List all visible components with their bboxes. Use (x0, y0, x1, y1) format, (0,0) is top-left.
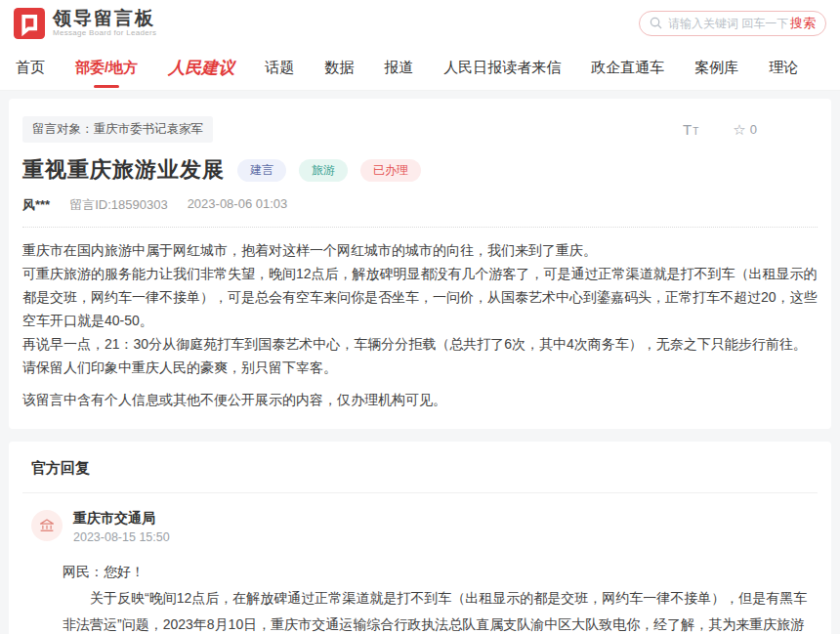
message-paragraph: 可重庆旅游的服务能力让我们非常失望，晚间12点后，解放碑明显都没有几个游客了，可… (22, 262, 818, 332)
nav-item-case-library[interactable]: 案例库 (694, 59, 738, 77)
site-tagline: Message Board for Leaders (53, 28, 156, 37)
favorite-count: 0 (750, 122, 757, 137)
nav-item-theory[interactable]: 理论 (769, 59, 798, 77)
tag-tourism[interactable]: 旅游 (299, 159, 348, 182)
message-paragraph: 重庆市在国内旅游中属于网红城市，抱着对这样一个网红城市的城市的向往，我们来到了重… (22, 238, 818, 262)
font-size-icon-small: T (693, 126, 699, 137)
message-author: 风*** (22, 196, 50, 214)
font-size-icon[interactable]: TT (683, 121, 699, 138)
reply-paragraph: 网民：您好！ (63, 559, 818, 585)
message-body: 重庆市在国内旅游中属于网红城市，抱着对这样一个网红城市的城市的向往，我们来到了重… (22, 238, 818, 411)
star-icon: ☆ (733, 121, 745, 139)
message-date: 2023-08-06 01:03 (188, 196, 288, 214)
message-id: 留言ID:18590303 (69, 196, 167, 214)
nav-item-reader-letters[interactable]: 人民日报读者来信 (443, 59, 561, 77)
tag-suggestion[interactable]: 建言 (237, 159, 286, 182)
font-size-icon-large: T (683, 121, 693, 138)
government-building-icon (38, 517, 56, 534)
reply-date: 2023-08-15 15:50 (73, 530, 170, 544)
nav-item-gov-enterprise[interactable]: 政企直通车 (591, 59, 664, 77)
nav-item-reports[interactable]: 报道 (384, 59, 413, 77)
reply-agency-name: 重庆市交通局 (73, 510, 170, 528)
site-header: 领导留言板 Message Board for Leaders 搜索 (0, 0, 840, 46)
message-card: 留言对象：重庆市委书记袁家军 TT ☆ 0 重视重庆旅游业发展 建言 旅游 已办… (9, 99, 831, 429)
privacy-note: 该留言中含有个人信息或其他不便公开展示的内容，仅办理机构可见。 (22, 388, 818, 411)
nav-item-home[interactable]: 首页 (16, 59, 45, 77)
message-target-badge: 留言对象：重庆市委书记袁家军 (22, 116, 213, 143)
official-reply-card: 官方回复 重庆市交通局 2023-08-15 15:50 网民：您好！ 关于反映… (9, 442, 831, 634)
search-icon (650, 17, 662, 29)
favorite-button[interactable]: ☆ 0 (733, 121, 757, 139)
nav-item-topics[interactable]: 话题 (265, 59, 294, 77)
tag-status-handled: 已办理 (360, 159, 421, 182)
nav-item-data[interactable]: 数据 (324, 59, 354, 77)
avatar (31, 510, 63, 541)
search-button[interactable]: 搜索 (790, 15, 816, 32)
divider (22, 227, 818, 228)
reply-body: 网民：您好！ 关于反映“晚间12点后，在解放碑通过正常渠道就是打不到车（出租显示… (63, 559, 818, 634)
divider (22, 492, 818, 493)
main-nav: 首页 部委/地方 人民建议 话题 数据 报道 人民日报读者来信 政企直通车 案例… (0, 46, 840, 91)
site-title: 领导留言板 (53, 9, 156, 29)
nav-item-peoples-suggestions[interactable]: 人民建议 (168, 57, 234, 79)
search-box[interactable]: 搜索 (639, 11, 826, 36)
nav-item-ministries-local[interactable]: 部委/地方 (75, 59, 138, 77)
search-input[interactable] (668, 17, 790, 30)
site-logo[interactable]: 领导留言板 Message Board for Leaders (14, 8, 156, 39)
message-paragraph: 再说早一点，21：30分从御庭苑打车到国泰艺术中心，车辆分分拒载（总共打了6次，… (22, 332, 818, 356)
reply-paragraph: 关于反映“晚间12点后，在解放碑通过正常渠道就是打不到车（出租显示的都是交班，网… (63, 585, 818, 634)
logo-icon (14, 8, 45, 39)
page-body: 留言对象：重庆市委书记袁家军 TT ☆ 0 重视重庆旅游业发展 建言 旅游 已办… (0, 91, 840, 634)
message-paragraph: 请保留人们印象中重庆人民的豪爽，别只留下宰客。 (22, 356, 818, 379)
message-title: 重视重庆旅游业发展 (22, 155, 225, 185)
reply-section-title: 官方回复 (22, 459, 818, 492)
